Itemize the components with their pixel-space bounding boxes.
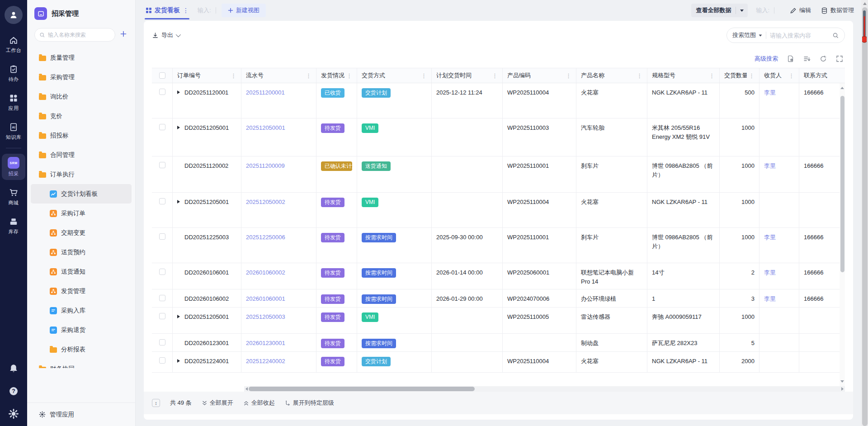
rail-item-procurement[interactable]: SRM招采 [2,154,25,180]
rail-item-apps[interactable]: 应用 [2,90,25,114]
vertical-scroll-thumb[interactable] [840,96,844,272]
receiver-link[interactable]: 李里 [764,269,776,276]
serial-link[interactable]: 202512240002 [246,358,285,364]
rail-item-mall[interactable]: 商城 [2,185,25,209]
column-header-contact[interactable]: 联系方式 [799,68,845,83]
row-checkbox[interactable] [159,357,165,364]
column-menu-icon[interactable]: ⋮ [747,72,755,79]
rail-item-knowledge[interactable]: AI知识库 [2,119,25,143]
row-checkbox[interactable] [159,198,165,204]
row-checkbox[interactable] [159,295,165,301]
sidebar-item-质量管理[interactable]: 质量管理 [31,48,132,67]
column-menu-icon[interactable]: ⋮ [707,72,715,79]
column-menu-icon[interactable]: ⋮ [344,72,352,79]
column-menu-icon[interactable]: ⋮ [304,72,311,79]
help-icon[interactable]: ? [8,385,19,397]
sidebar-item-manage-apps[interactable]: 管理应用 [27,402,135,426]
table-row[interactable]: DD20251225003202512250006待发货按需求时间2025-09… [152,228,845,263]
row-checkbox[interactable] [159,339,165,346]
sidebar-item-送货预约[interactable]: 送货预约 [31,242,132,262]
table-horizontal-scrollbar[interactable] [244,386,845,392]
view-all-caret[interactable] [736,9,748,12]
table-row[interactable]: DD20251120002202511200009已确认未计划送货通知WP202… [152,156,845,193]
receiver-link[interactable]: 李里 [764,295,776,302]
data-manage-button[interactable]: 数据管理 [821,6,854,14]
header-ghost-input[interactable]: 输入: [756,6,769,14]
serial-link[interactable]: 202512050003 [246,313,285,320]
sidebar-item-采购订单[interactable]: 采购订单 [31,204,132,223]
expand-row-icon[interactable] [177,359,180,363]
bell-icon[interactable] [8,363,19,374]
column-menu-icon[interactable]: ⋮ [635,72,642,79]
tab-ghost-input[interactable]: 输入: [198,6,211,14]
select-all-checkbox[interactable] [159,72,165,79]
table-row[interactable]: DD20260123001202601230001待发货按需求时间制动盘萨瓦尼尼… [152,334,845,352]
row-checkbox[interactable] [159,162,165,168]
sidebar-item-交货计划看板[interactable]: 交货计划看板 [31,184,132,204]
search-scope-select[interactable]: 搜索范围 [732,31,762,39]
column-menu-icon[interactable]: ⋮ [229,72,236,79]
receiver-link[interactable]: 李里 [764,162,776,169]
column-menu-icon[interactable]: ⋮ [419,72,427,79]
serial-link[interactable]: 202601060001 [246,295,285,302]
sidebar-item-询比价[interactable]: 询比价 [31,87,132,106]
browser-scrollbar[interactable] [861,0,868,426]
sidebar-item-订单执行[interactable]: 订单执行 [31,165,132,184]
row-checkbox[interactable] [159,269,165,275]
sidebar-item-交期变更[interactable]: 交期变更 [31,223,132,242]
collapse-all-button[interactable]: 全部收起 [243,399,275,407]
scrollbar-thumb[interactable] [862,7,868,426]
scroll-up-arrow[interactable] [840,87,844,89]
sidebar-item-采购退货[interactable]: 采购退货 [31,320,132,340]
serial-link[interactable]: 202512050001 [246,124,285,131]
tab-more-icon[interactable]: ⋮ [183,7,189,14]
column-header-order[interactable]: 订单编号⋮ [173,68,241,83]
refresh-icon[interactable] [820,55,827,62]
scroll-down-arrow[interactable] [840,380,844,383]
scroll-right-arrow[interactable] [841,387,844,391]
fullscreen-icon[interactable] [836,55,843,62]
column-header-code[interactable]: 产品编码⋮ [503,68,576,83]
sidebar-item-财务协同[interactable]: 财务协同 [31,359,132,368]
column-header-status[interactable]: 发货情况⋮ [316,68,357,83]
receiver-link[interactable]: 李里 [764,234,776,241]
row-checkbox[interactable] [159,124,165,130]
table-row[interactable]: DD20260106001202601060002待发货按需求时间2026-01… [152,263,845,289]
column-header-plan[interactable]: 计划交货时间⋮ [432,68,503,83]
horizontal-scroll-thumb[interactable] [249,387,475,391]
rail-item-inventory[interactable]: 库存 [2,213,25,238]
table-row[interactable]: DD20251120001202511200001已收货交货计划2025-12-… [152,83,845,118]
advanced-search-link[interactable]: 高级搜索 [755,55,778,63]
settings-gear-icon[interactable] [8,408,19,420]
table-row[interactable]: DD20251205001202512050003待发货VMIWP2025110… [152,308,845,334]
expand-all-button[interactable]: 全部展开 [202,399,233,407]
column-header-receiver[interactable]: 收货人⋮ [760,68,799,83]
rail-item-todo[interactable]: 待办 [2,61,25,85]
row-checkbox[interactable] [159,233,165,240]
sidebar-item-招投标[interactable]: 招投标 [31,126,132,145]
column-header-serial[interactable]: 流水号⋮ [241,68,316,83]
expand-row-icon[interactable] [177,315,180,318]
row-checkbox[interactable] [159,313,165,319]
sidebar-search-input[interactable] [48,32,110,38]
edit-button[interactable]: 编辑 [790,6,811,14]
sidebar-item-合同管理[interactable]: 合同管理 [31,145,132,165]
table-row[interactable]: DD20251205001202512050001待发货VMIWP2025110… [152,118,845,156]
sort-list-icon[interactable] [803,55,811,62]
table-row[interactable]: DD20251205001202512050002待发货VMIWP2025110… [152,193,845,228]
serial-link[interactable]: 202601230001 [246,340,285,346]
sidebar-item-采购入库[interactable]: 采购入库 [31,301,132,320]
rail-item-workbench[interactable]: 工作台 [2,32,25,57]
serial-link[interactable]: 202511200009 [246,162,285,169]
sidebar-item-竞价[interactable]: 竞价 [31,106,132,126]
table-row[interactable]: DD20251224001202512240002待发货交货计划WP202511… [152,352,845,373]
serial-link[interactable]: 202512250006 [246,234,285,241]
row-checkbox[interactable] [159,89,165,95]
new-view-button[interactable]: 新建视图 [222,4,266,17]
column-header-name[interactable]: 产品名称⋮ [576,68,647,83]
scroll-left-arrow[interactable] [245,387,248,391]
sidebar-item-分析报表[interactable]: 分析报表 [31,340,132,359]
receiver-link[interactable]: 李里 [764,89,776,96]
sidebar-search[interactable] [34,28,115,42]
column-header-method[interactable]: 交货方式⋮ [357,68,432,83]
